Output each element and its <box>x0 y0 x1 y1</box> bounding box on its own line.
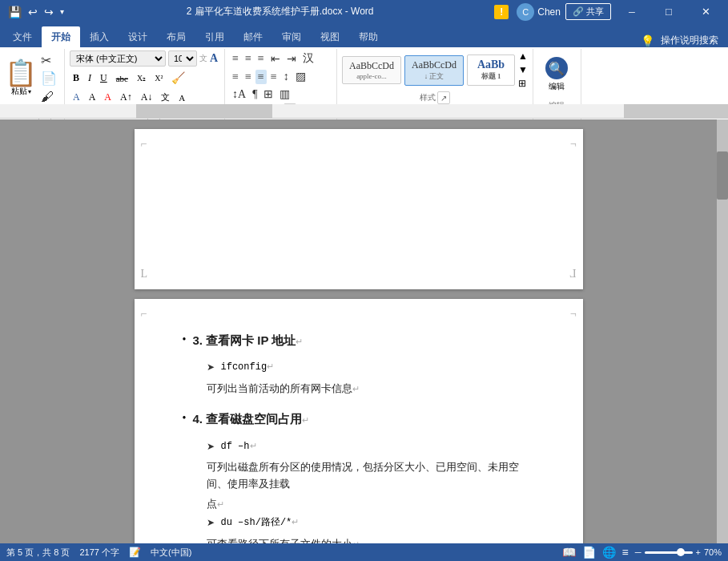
zoom-out-button[interactable]: ─ <box>635 547 642 557</box>
tab-file[interactable]: 文件 <box>3 26 42 47</box>
search-button[interactable]: 🔍 <box>545 57 568 79</box>
font-row-2: B I U abc X₂ X² 🧹 <box>70 70 219 87</box>
section3-pilcrow: ↵ <box>296 337 303 346</box>
tab-references[interactable]: 引用 <box>195 26 234 47</box>
chinese-sort-button[interactable]: 汉 <box>300 50 316 67</box>
section4-pilcrow: ↵ <box>302 415 309 425</box>
style-apple-button[interactable]: AaBbCcDd apple-co... <box>342 56 401 84</box>
font-family-select[interactable]: 宋体 (中文正文) <box>70 50 166 67</box>
zoom-level: 70% <box>704 547 722 557</box>
style-expand-button[interactable]: ⊞ <box>518 78 528 90</box>
minimize-button[interactable]: ─ <box>616 0 648 23</box>
styles-expand[interactable]: ↗ <box>437 91 450 104</box>
zoom-slider[interactable] <box>645 551 693 554</box>
superscript-button[interactable]: X² <box>151 72 166 84</box>
numbered-list-button[interactable]: ≡ <box>243 51 254 66</box>
tab-insert[interactable]: 插入 <box>80 26 119 47</box>
style-normal-button[interactable]: AaBbCcDd ↓ 正文 <box>404 55 464 86</box>
tab-design[interactable]: 设计 <box>119 26 157 47</box>
zoom-thumb <box>677 548 685 556</box>
multilevel-list-button[interactable]: ≡ <box>255 51 267 66</box>
search-label[interactable]: 操作说明搜索 <box>661 34 718 47</box>
arrow-icon-2: ➤ <box>207 439 215 454</box>
align-left-button[interactable]: ≡ <box>230 70 241 84</box>
section4-cmd2: ➤ du –sh/路径/*↵ <box>207 515 535 531</box>
tab-mailings[interactable]: 邮件 <box>234 26 272 47</box>
tab-review[interactable]: 审阅 <box>272 26 311 47</box>
web-layout-icon[interactable]: 🌐 <box>602 546 616 559</box>
font-color-button[interactable]: A <box>101 90 115 105</box>
copy-button[interactable]: 📄 <box>38 70 59 87</box>
restore-button[interactable]: □ <box>653 0 685 23</box>
section4-desc1b: 点↵ <box>207 496 535 513</box>
print-layout-icon[interactable]: 📄 <box>582 546 596 559</box>
decrease-indent-button[interactable]: ⇤ <box>268 51 283 67</box>
clipboard-controls: 📋 粘贴 ▾ ✂ 📄 🖌 <box>5 50 59 107</box>
share-button[interactable]: 🔗 共享 <box>565 3 611 20</box>
underline-button[interactable]: U <box>97 71 111 86</box>
outline-icon[interactable]: ≡ <box>622 546 629 559</box>
tab-layout[interactable]: 布局 <box>157 26 195 47</box>
increase-indent-button[interactable]: ⇥ <box>284 51 299 67</box>
column-button[interactable]: ▥ <box>277 87 292 102</box>
font-size-up-button[interactable]: A↑ <box>117 90 135 105</box>
font-size-select[interactable]: 10 <box>168 50 197 67</box>
font-size-down-button[interactable]: A↓ <box>138 90 156 105</box>
paste-button[interactable]: 📋 粘贴 ▾ <box>5 60 37 97</box>
italic-button[interactable]: I <box>85 71 95 86</box>
tab-view[interactable]: 视图 <box>311 26 349 47</box>
text-effect-button[interactable]: A <box>70 90 83 105</box>
bullet-4: • <box>183 410 187 427</box>
line-spacing-button[interactable]: ↕ <box>281 70 292 84</box>
style-up-button[interactable]: ▲ <box>518 50 528 63</box>
customize-icon[interactable]: ▾ <box>58 6 66 18</box>
cut-button[interactable]: ✂ <box>38 52 59 69</box>
section3-cmd1: ➤ ifconfig↵ <box>207 360 535 375</box>
margin-mark-tl: ⌐ <box>141 135 147 153</box>
vertical-scrollbar[interactable] <box>717 119 728 543</box>
format-painter-button[interactable]: 🖌 <box>38 88 59 105</box>
subscript-button[interactable]: X₂ <box>134 72 149 84</box>
sort-button[interactable]: ↕A <box>230 87 248 102</box>
align-right-button[interactable]: ≡ <box>255 70 267 84</box>
phonetic-button[interactable]: 文 <box>158 90 173 105</box>
zoom-in-button[interactable]: + <box>696 547 701 557</box>
save-icon[interactable]: 💾 <box>6 4 23 20</box>
style-heading1-button[interactable]: AaBb 标题 1 <box>467 54 515 86</box>
encircle-button[interactable]: A <box>175 91 188 104</box>
redo-icon[interactable]: ↪ <box>42 4 55 20</box>
highlight-button[interactable]: A <box>86 90 99 105</box>
align-center-button[interactable]: ≡ <box>243 70 254 84</box>
word-count: 2177 个字 <box>79 547 119 559</box>
read-mode-icon[interactable]: 📖 <box>562 546 576 559</box>
clear-format-button[interactable]: 🧹 <box>168 70 188 87</box>
section4-desc1: 可列出磁盘所有分区的使用情况，包括分区大小、已用空间、未用空间、使用率及挂载 <box>207 459 535 493</box>
justify-button[interactable]: ≡ <box>268 70 280 84</box>
page2-mark-tr: ⌐ <box>570 305 577 323</box>
document-scroll[interactable]: ⌐ ⌐ L L ⌐ ⌐ • 3. 查看网卡 IP 地址↵ ➤ ifconfig↵… <box>0 119 728 543</box>
styles-label: 样式 ↗ <box>420 91 450 104</box>
font-row-3: A A A A↑ A↓ 文 A <box>70 90 219 105</box>
border-button[interactable]: ⊞ <box>261 87 276 102</box>
title-bar: 💾 ↩ ↪ ▾ 2 扁平化车道收费系统维护手册.docx - Word ! C … <box>0 0 728 23</box>
style-down-button[interactable]: ▼ <box>518 64 528 76</box>
undo-icon[interactable]: ↩ <box>26 4 39 20</box>
strikethrough-button[interactable]: abc <box>113 72 131 85</box>
tab-help[interactable]: 帮助 <box>349 26 388 47</box>
arrow-icon-1: ➤ <box>207 360 215 375</box>
style-heading1: AaBb 标题 1 <box>467 50 515 90</box>
pilcrow-button[interactable]: ¶ <box>250 87 259 102</box>
window-title: 2 扁平化车道收费系统维护手册.docx - Word <box>66 5 494 18</box>
status-bar: 第 5 页，共 8 页 2177 个字 📝 中文(中国) 📖 📄 🌐 ≡ ─ +… <box>0 543 728 561</box>
editing-search-button[interactable]: 🔍 编辑 <box>545 50 568 99</box>
tab-home[interactable]: 开始 <box>42 26 80 47</box>
close-button[interactable]: ✕ <box>690 0 722 23</box>
page2-mark-tl: ⌐ <box>141 305 147 323</box>
font-increase-button[interactable]: A <box>210 52 218 65</box>
shading-button[interactable]: ▨ <box>293 69 308 84</box>
section-3-item: • 3. 查看网卡 IP 地址↵ <box>183 331 535 350</box>
style-normal: AaBbCcDd ↓ 正文 <box>404 50 464 90</box>
scroll-thumb[interactable] <box>717 151 728 200</box>
bold-button[interactable]: B <box>70 71 82 86</box>
bullet-list-button[interactable]: ≡ <box>230 51 241 66</box>
